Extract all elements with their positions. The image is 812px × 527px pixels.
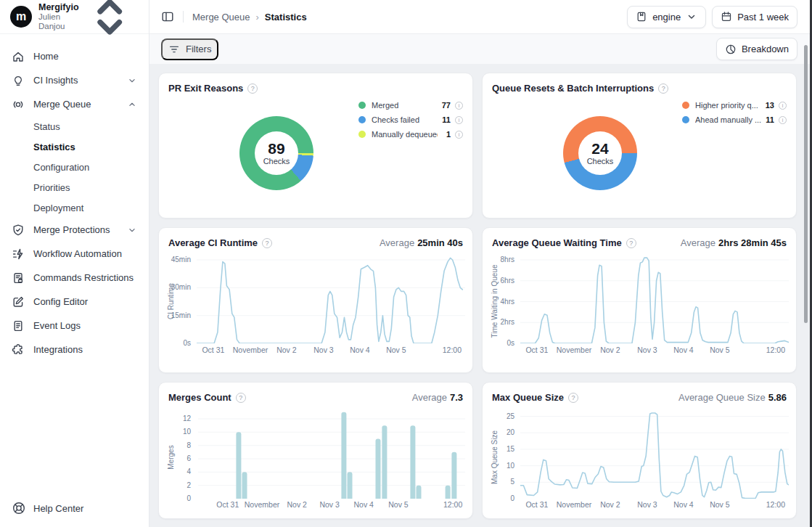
breadcrumb-merge-queue[interactable]: Merge Queue — [192, 12, 250, 23]
app-window: m Mergifyio Julien Danjou HomeCI Insight… — [0, 0, 812, 527]
filters-button[interactable]: Filters — [161, 38, 218, 60]
max-queue-size-chart[interactable] — [520, 409, 789, 499]
org-switch-icon[interactable] — [79, 0, 140, 47]
x-axis-tick: Nov 5 — [691, 345, 749, 355]
legend-value: 1 — [438, 130, 451, 139]
sidebar-item-home[interactable]: Home — [7, 44, 142, 68]
legend-label: Merged — [372, 101, 438, 110]
legend-dot — [682, 116, 689, 123]
sidebar-subitem-statistics[interactable]: Statistics — [7, 136, 142, 157]
topbar: Merge Queue › Statistics engine Past 1 w… — [149, 0, 812, 34]
donut-center-value: 89 — [268, 141, 284, 157]
legend-item[interactable]: Higher priority q... 13 i — [682, 98, 787, 113]
legend-item[interactable]: Checks failed 11 i — [358, 113, 463, 127]
breakdown-button[interactable]: Breakdown — [716, 38, 797, 60]
sidebar-subitem-deployment[interactable]: Deployment — [7, 197, 142, 218]
average-queue-waiting-time-average: Average2hrs 28min 45s — [681, 237, 787, 248]
x-axis-tick: 12:00 — [424, 499, 473, 510]
info-icon[interactable]: i — [455, 116, 463, 124]
average-value: 25min 40s — [417, 237, 463, 248]
date-range-button[interactable]: Past 1 week — [712, 6, 797, 28]
sidebar-nav: HomeCI InsightsMerge QueueStatusStatisti… — [0, 34, 149, 361]
sidebar-item-label: Config Editor — [33, 296, 137, 307]
sidebar-item-merge-protections[interactable]: Merge Protections — [7, 218, 142, 242]
shield-check-icon — [12, 224, 25, 237]
sidebar-item-commands-restrictions[interactable]: Commands Restrictions — [7, 266, 142, 290]
average-queue-waiting-time-card: Average Queue Waiting Time ?Average2hrs … — [482, 227, 797, 373]
info-icon[interactable]: i — [779, 102, 787, 110]
help-center[interactable]: Help Center — [0, 489, 149, 527]
average-ci-runtime-chart[interactable] — [197, 257, 465, 343]
legend-value: 77 — [438, 101, 451, 110]
donut-center-label: Checks — [263, 157, 290, 166]
help-icon[interactable]: ? — [626, 238, 636, 248]
max-queue-size-card: Max Queue Size ?Average Queue Size5.8625… — [482, 382, 797, 519]
home-icon — [12, 50, 25, 63]
divider — [183, 11, 184, 23]
info-icon[interactable]: i — [779, 116, 787, 124]
help-icon[interactable]: ? — [568, 393, 578, 403]
pr-exit-reasons-donut-chart[interactable]: 89 Checks — [239, 116, 313, 190]
legend-value: 11 — [761, 115, 774, 124]
sidebar-subitem-priorities[interactable]: Priorities — [7, 177, 142, 197]
average-ci-runtime-card: Average CI Runtime ?Average25min 40s45mi… — [158, 227, 473, 373]
help-icon[interactable]: ? — [262, 238, 272, 248]
help-icon[interactable]: ? — [236, 393, 246, 403]
legend-dot — [358, 102, 366, 109]
info-icon[interactable]: i — [455, 131, 463, 139]
sidebar-subitem-configuration[interactable]: Configuration — [7, 157, 142, 177]
help-icon[interactable]: ? — [247, 83, 258, 94]
y-axis-label: Time Waiting in Queue — [491, 250, 499, 352]
sidebar-item-ci-insights[interactable]: CI Insights — [7, 68, 142, 92]
puzzle-icon — [12, 343, 25, 356]
sidebar-item-label: Merge Queue — [33, 99, 118, 110]
merges-count-average: Average7.3 — [412, 392, 463, 403]
mergify-logo: m — [10, 6, 32, 28]
zap-icon — [12, 248, 25, 261]
sidebar-item-config-editor[interactable]: Config Editor — [7, 290, 142, 314]
sidebar-item-label: Commands Restrictions — [33, 272, 137, 283]
merges-count-chart[interactable] — [198, 409, 465, 499]
max-queue-size-title: Max Queue Size — [492, 392, 564, 403]
sidebar-item-label: Integrations — [33, 344, 137, 355]
legend-label: Ahead manually ... — [695, 115, 761, 124]
queue-resets-batch-interruptions-donut-chart[interactable]: 24 Checks — [563, 116, 637, 190]
legend-dot — [358, 116, 366, 123]
sidebar-item-workflow-automation[interactable]: Workflow Automation — [7, 242, 142, 266]
legend-item[interactable]: Ahead manually ... 11 i — [682, 113, 787, 127]
average-queue-waiting-time-chart[interactable] — [520, 257, 789, 343]
sidebar-item-merge-queue[interactable]: Merge Queue — [7, 92, 142, 116]
pr-exit-reasons-title: PR Exit Reasons — [168, 83, 243, 94]
help-icon[interactable]: ? — [658, 83, 668, 94]
dashboard-grid: PR Exit Reasons ? 89 Checks Merged 77 i … — [149, 64, 812, 527]
edit-icon — [12, 295, 25, 309]
pr-exit-reasons-legend: Merged 77 i Checks failed 11 i Manually … — [358, 98, 463, 142]
filter-icon — [168, 44, 180, 55]
sidebar-subitem-status[interactable]: Status — [7, 116, 142, 136]
info-icon[interactable]: i — [455, 102, 463, 110]
pr-exit-reasons-card: PR Exit Reasons ? 89 Checks Merged 77 i … — [158, 73, 473, 218]
y-axis-label: Merges — [167, 407, 176, 508]
org-name: Mergifyio — [38, 2, 79, 12]
legend-dot — [358, 131, 366, 138]
sidebar-item-event-logs[interactable]: Event Logs — [7, 314, 142, 338]
merges-count-title: Merges Count — [168, 392, 231, 403]
average-value: 2hrs 28min 45s — [718, 237, 787, 248]
donut-center-label: Checks — [587, 157, 614, 166]
scrollbar-thumb[interactable] — [804, 45, 808, 323]
file-text-icon — [12, 319, 25, 332]
sidebar-item-integrations[interactable]: Integrations — [7, 338, 142, 361]
sidebar-item-label: Home — [33, 51, 137, 62]
repo-selector[interactable]: engine — [627, 6, 706, 28]
legend-dot — [682, 102, 689, 109]
legend-value: 13 — [761, 101, 774, 110]
org-switcher[interactable]: m Mergifyio Julien Danjou — [0, 0, 149, 34]
chevron-down-icon — [686, 11, 697, 23]
merge-queue-icon — [12, 98, 25, 111]
legend-item[interactable]: Manually dequeued 1 i — [358, 127, 463, 142]
average-label: Average — [412, 392, 447, 403]
sidebar-item-label: Merge Protections — [33, 224, 118, 235]
legend-item[interactable]: Merged 77 i — [358, 98, 463, 113]
sidebar-toggle-icon[interactable] — [161, 10, 174, 23]
x-axis-tick: Nov 5 — [691, 499, 749, 510]
